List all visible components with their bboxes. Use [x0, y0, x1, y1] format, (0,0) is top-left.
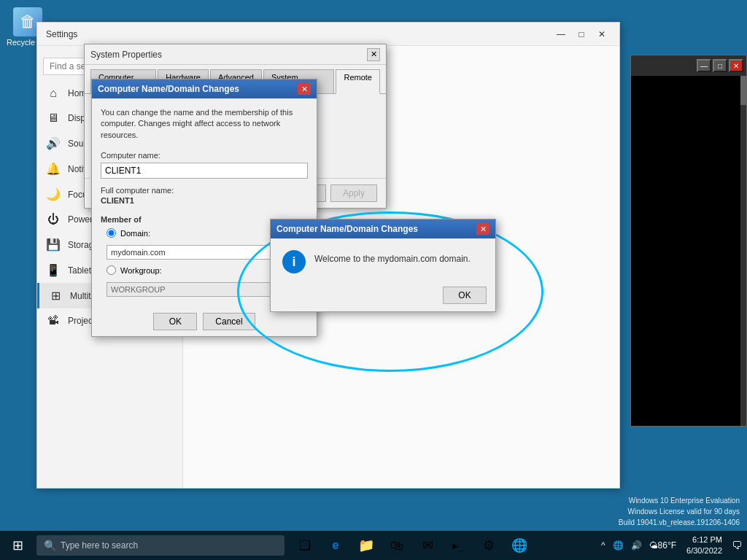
- welcome-dialog-title: Computer Name/Domain Changes: [276, 224, 418, 234]
- domain-label: Domain:: [120, 229, 150, 238]
- workgroup-radio[interactable]: [107, 265, 116, 275]
- terminal-scrollbar[interactable]: [740, 76, 746, 426]
- full-name-label: Full computer name:: [101, 186, 308, 195]
- windows-info: Windows 10 Enterprise Evaluation Windows…: [619, 495, 740, 528]
- info-letter: i: [292, 254, 295, 270]
- power-icon: ⏻: [46, 213, 61, 226]
- system-properties-titlebar: System Properties ✕: [85, 44, 386, 65]
- terminal-content: [631, 76, 746, 426]
- start-icon: ⊞: [12, 537, 23, 553]
- taskbar-task-view[interactable]: ❑: [290, 531, 320, 560]
- search-icon: 🔍: [44, 540, 56, 551]
- systray-weather[interactable]: 🌤 86°F: [646, 540, 679, 551]
- home-icon: ⌂: [46, 87, 61, 100]
- welcome-dialog-titlebar: Computer Name/Domain Changes ✕: [271, 219, 495, 238]
- desktop: 🗑 Recycle Bin Settings — □ ✕ ⌂ Home 🖥 Di…: [0, 0, 747, 560]
- multitasking-icon: ⊞: [48, 289, 63, 303]
- system-properties-apply-button[interactable]: Apply: [330, 184, 377, 202]
- taskbar: ⊞ 🔍 Type here to search ❑ e 📁 🛍 ✉ ▶_ ⚙ 🌐…: [0, 531, 747, 560]
- storage-icon: 💾: [46, 238, 61, 252]
- welcome-close-button[interactable]: ✕: [476, 223, 489, 235]
- settings-close-button[interactable]: ✕: [593, 27, 611, 42]
- domain-radio[interactable]: [107, 228, 116, 238]
- taskbar-terminal[interactable]: ▶_: [444, 531, 473, 560]
- tab-remote[interactable]: Remote: [336, 69, 380, 94]
- computer-name-cancel-button[interactable]: Cancel: [203, 313, 255, 330]
- welcome-dialog-body: i Welcome to the mydomain.com domain.: [271, 238, 495, 282]
- clock-time: 6:12 PM: [686, 534, 722, 545]
- terminal-close-button[interactable]: ✕: [729, 59, 743, 72]
- system-properties-close-button[interactable]: ✕: [367, 48, 380, 61]
- display-icon: 🖥: [46, 112, 61, 125]
- win-info-line3: Build 19041.vb_release.191206-1406: [619, 517, 740, 528]
- projecting-icon: 📽: [46, 314, 61, 327]
- win-info-line1: Windows 10 Enterprise Evaluation: [619, 495, 740, 506]
- taskbar-mail[interactable]: ✉: [413, 531, 442, 560]
- computer-name-dialog-title: Computer Name/Domain Changes: [98, 84, 239, 94]
- settings-maximize-button[interactable]: □: [573, 27, 590, 42]
- taskbar-explorer[interactable]: 📁: [352, 531, 381, 560]
- welcome-message: Welcome to the mydomain.com domain.: [314, 250, 471, 265]
- terminal-window: — □ ✕: [630, 55, 747, 427]
- taskbar-language[interactable]: 🌐: [505, 531, 534, 560]
- taskbar-notification-button[interactable]: 🗨: [729, 531, 744, 560]
- computer-name-ok-button[interactable]: OK: [153, 313, 197, 330]
- settings-minimize-button[interactable]: —: [552, 27, 570, 42]
- notifications-icon: 🔔: [46, 162, 61, 176]
- terminal-scrollbar-thumb: [740, 76, 746, 105]
- settings-titlebar: Settings — □ ✕: [37, 23, 619, 46]
- computer-name-input[interactable]: [101, 163, 308, 179]
- win-info-line2: Windows License valid for 90 days: [619, 506, 740, 517]
- search-placeholder: Type here to search: [61, 540, 138, 551]
- tablet-icon: 📱: [46, 263, 61, 277]
- welcome-dialog: Computer Name/Domain Changes ✕ i Welcome…: [270, 219, 496, 312]
- focus-icon: 🌙: [46, 187, 61, 201]
- welcome-info-icon: i: [282, 250, 306, 273]
- start-button[interactable]: ⊞: [0, 531, 35, 560]
- taskbar-clock[interactable]: 6:12 PM 6/30/2022: [681, 534, 728, 557]
- taskbar-search-box[interactable]: 🔍 Type here to search: [36, 535, 285, 556]
- full-name-value: CLIENT1: [101, 196, 308, 205]
- clock-date: 6/30/2022: [686, 545, 722, 556]
- terminal-minimize-button[interactable]: —: [697, 59, 711, 72]
- settings-window-title: Settings: [46, 29, 77, 39]
- sidebar-item-tablet-label: Tablet: [68, 265, 91, 276]
- welcome-dialog-buttons: OK: [271, 282, 495, 311]
- workgroup-label: Workgroup:: [120, 266, 162, 275]
- taskbar-edge[interactable]: e: [321, 531, 350, 560]
- systray-chevron[interactable]: ^: [598, 540, 608, 551]
- terminal-titlebar: — □ ✕: [631, 55, 746, 76]
- computer-name-desc: You can change the name and the membersh…: [101, 107, 308, 141]
- system-properties-title: System Properties: [90, 50, 162, 60]
- weather-icon: 🌤: [649, 540, 658, 551]
- welcome-ok-button[interactable]: OK: [443, 287, 487, 304]
- taskbar-app-icons: ❑ e 📁 🛍 ✉ ▶_ ⚙ 🌐: [290, 531, 534, 560]
- computer-name-close-button[interactable]: ✕: [298, 83, 311, 95]
- computer-name-label: Computer name:: [101, 151, 308, 160]
- taskbar-store[interactable]: 🛍: [382, 531, 411, 560]
- weather-temp: 86°F: [658, 540, 676, 551]
- settings-titlebar-controls: — □ ✕: [552, 27, 611, 42]
- taskbar-systray: ^ 🌐 🔊 🌤 86°F 6:12 PM 6/30/2022 🗨: [595, 531, 747, 560]
- systray-network[interactable]: 🌐: [610, 540, 627, 551]
- terminal-maximize-button[interactable]: □: [713, 59, 727, 72]
- sound-icon: 🔊: [46, 136, 61, 150]
- computer-name-titlebar: Computer Name/Domain Changes ✕: [92, 79, 317, 98]
- taskbar-settings[interactable]: ⚙: [474, 531, 503, 560]
- systray-sound[interactable]: 🔊: [628, 540, 645, 551]
